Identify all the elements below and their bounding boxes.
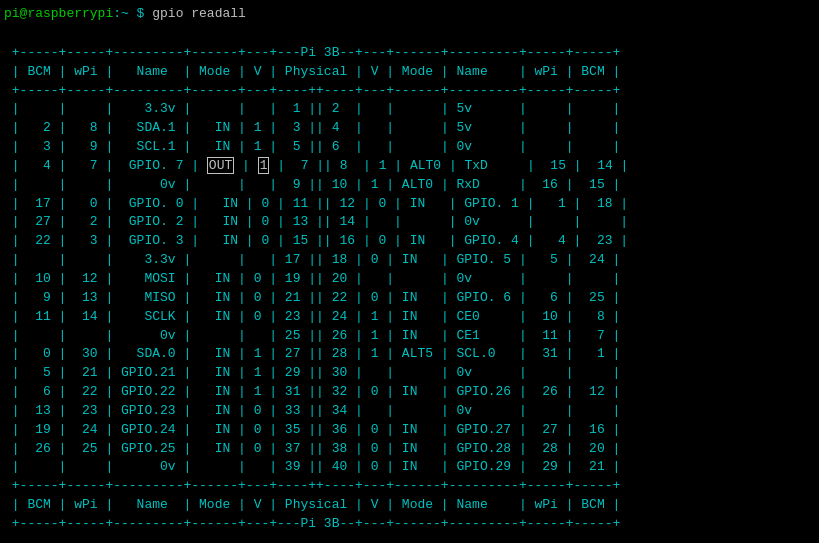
terminal-window: pi@raspberrypi:~ $ gpio readall +-----+-… xyxy=(0,0,819,543)
prompt-separator: :~ $ xyxy=(113,6,152,21)
prompt-text: pi@raspberrypi xyxy=(4,6,113,21)
command-text: gpio readall xyxy=(152,6,246,21)
gpio-table: +-----+-----+---------+------+---+---Pi … xyxy=(4,25,815,543)
prompt-line: pi@raspberrypi:~ $ gpio readall xyxy=(4,6,815,21)
